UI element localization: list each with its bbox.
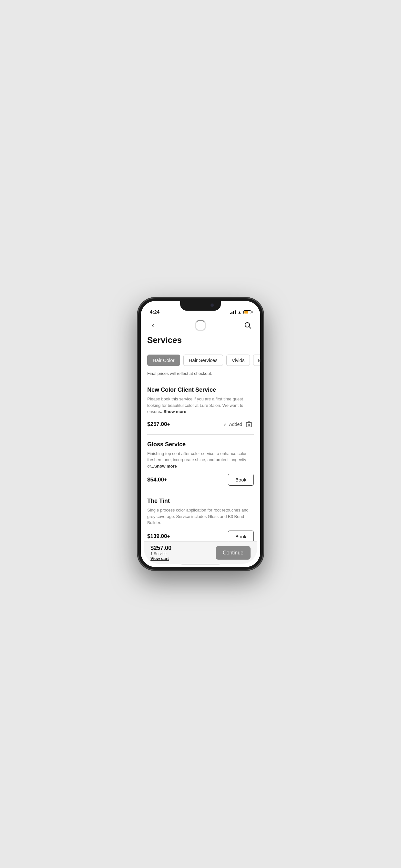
notch xyxy=(180,301,221,311)
wifi-icon: ▲ xyxy=(238,310,242,314)
loading-spinner-icon xyxy=(195,320,206,331)
screen: 4:24 ▲ ‹ xyxy=(141,301,260,567)
service-price-new-color: $257.00+ xyxy=(147,421,170,428)
view-cart-link[interactable]: View cart xyxy=(150,556,216,561)
svg-rect-2 xyxy=(246,423,251,427)
service-item-gloss: Gloss Service Finishing top coat after c… xyxy=(141,435,260,492)
search-button[interactable] xyxy=(242,320,254,331)
cart-service-count: 1 Service xyxy=(150,552,216,556)
status-icons: ▲ xyxy=(230,310,251,314)
service-price-tint: $139.00+ xyxy=(147,533,170,539)
svg-line-1 xyxy=(249,327,251,329)
service-name-gloss: Gloss Service xyxy=(147,441,254,448)
cart-bar: $257.00 1 Service View cart Continue xyxy=(144,541,257,564)
service-name-tint: The Tint xyxy=(147,498,254,504)
notch-camera xyxy=(211,304,214,307)
page-title: Services xyxy=(141,334,260,350)
book-button-tint[interactable]: Book xyxy=(228,531,254,542)
book-button-gloss[interactable]: Book xyxy=(228,474,254,486)
service-footer-gloss: $54.00+ Book xyxy=(147,474,254,491)
search-icon xyxy=(244,322,251,329)
status-bar: 4:24 ▲ xyxy=(141,301,260,317)
trash-icon xyxy=(246,421,252,428)
service-footer-new-color: $257.00+ ✓ Added xyxy=(147,420,254,434)
back-chevron-icon: ‹ xyxy=(152,322,154,329)
service-item-tint: The Tint Single process color applicatio… xyxy=(141,491,260,548)
service-desc-tint: Single process color application for roo… xyxy=(147,507,254,526)
show-more-new-color[interactable]: ...Show more xyxy=(160,409,186,414)
back-button[interactable]: ‹ xyxy=(147,320,159,331)
continue-button[interactable]: Continue xyxy=(216,546,251,560)
service-item-new-color: New Color Client Service Please book thi… xyxy=(141,380,260,435)
phone-shell: 4:24 ▲ ‹ xyxy=(137,298,264,570)
service-name-new-color: New Color Client Service xyxy=(147,386,254,393)
subtitle-text: Final prices will reflect at checkout. xyxy=(141,370,260,380)
tab-hair-color[interactable]: Hair Color xyxy=(147,354,180,366)
cart-info: $257.00 1 Service View cart xyxy=(150,545,216,561)
battery-fill xyxy=(244,311,248,314)
checkmark-icon: ✓ xyxy=(223,422,227,427)
phone-wrapper: 4:24 ▲ ‹ xyxy=(137,298,264,570)
show-more-gloss[interactable]: ...Show more xyxy=(151,464,177,469)
service-desc-new-color: Please book this service if you are a fi… xyxy=(147,396,254,415)
delete-button-new-color[interactable] xyxy=(244,420,254,429)
cart-price: $257.00 xyxy=(150,545,216,552)
signal-bars-icon xyxy=(230,310,236,314)
tab-hair-services[interactable]: Hair Services xyxy=(183,354,223,366)
header-logo xyxy=(159,320,242,331)
added-badge: ✓ Added xyxy=(223,420,254,429)
battery-icon xyxy=(243,310,251,314)
tab-vivids[interactable]: Vivids xyxy=(226,354,250,366)
service-desc-gloss: Finishing top coat after color service t… xyxy=(147,451,254,469)
tab-partial[interactable]: Te xyxy=(253,354,260,366)
added-label: Added xyxy=(229,422,242,427)
category-tabs: Hair Color Hair Services Vivids Te xyxy=(141,350,260,370)
content-area[interactable]: New Color Client Service Please book thi… xyxy=(141,380,260,567)
service-price-gloss: $54.00+ xyxy=(147,476,167,483)
app-header: ‹ xyxy=(141,317,260,334)
